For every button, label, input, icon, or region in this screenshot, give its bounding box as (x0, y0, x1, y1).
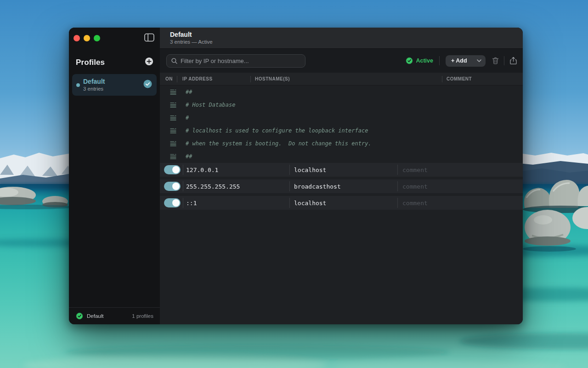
active-status: Active (406, 57, 433, 64)
cell-divider (183, 165, 183, 175)
toggle-knob (172, 183, 180, 190)
toggle-knob (172, 166, 180, 173)
cell-divider (397, 181, 398, 191)
comment-lines-icon (170, 141, 176, 146)
entry-ip[interactable]: 255.255.255.255 (186, 183, 240, 190)
comment-line-text: ## (186, 153, 192, 160)
host-entry-row[interactable]: ::1localhostcomment (160, 196, 523, 210)
traffic-lights (74, 35, 100, 41)
profile-dot-icon (76, 83, 80, 87)
comment-lines-icon (170, 89, 176, 95)
cell-divider (183, 181, 183, 191)
search-icon (171, 58, 177, 64)
comment-line-text: # when the system is booting. Do not cha… (186, 140, 372, 147)
entry-comment-placeholder[interactable]: comment (402, 200, 428, 207)
entry-on-toggle[interactable] (164, 198, 181, 207)
entry-hostname[interactable]: broadcasthost (294, 183, 341, 190)
add-entry-button[interactable]: + Add (446, 55, 486, 67)
comment-line-text: # Host Database (186, 102, 235, 108)
active-status-label: Active (416, 58, 433, 64)
comment-lines-icon (170, 128, 176, 133)
entry-comment-placeholder[interactable]: comment (402, 183, 428, 190)
search-placeholder: Filter by IP or hostname... (181, 58, 249, 64)
cell-divider (289, 181, 290, 191)
entry-hostname[interactable]: localhost (294, 200, 326, 207)
zoom-button[interactable] (94, 35, 100, 41)
comment-lines-icon (170, 115, 176, 121)
search-input[interactable]: Filter by IP or hostname... (166, 54, 305, 68)
column-divider[interactable] (177, 76, 177, 82)
column-on[interactable]: ON (165, 73, 173, 85)
add-entry-label: + Add (451, 58, 467, 64)
entry-ip[interactable]: ::1 (186, 200, 197, 207)
comment-row[interactable]: # localhost is used to configure the loo… (160, 124, 523, 137)
comment-row[interactable]: # when the system is booting. Do not cha… (160, 137, 523, 150)
app-window: Profiles Default 3 entries (69, 28, 523, 324)
entry-ip[interactable]: 127.0.0.1 (186, 167, 218, 173)
comment-row[interactable]: ## (160, 150, 523, 163)
column-divider[interactable] (250, 76, 251, 82)
active-status-icon (406, 57, 413, 64)
entry-on-toggle[interactable] (164, 182, 181, 191)
profile-name: Default (83, 78, 143, 86)
cell-divider (289, 165, 290, 175)
delete-button[interactable] (492, 55, 499, 67)
column-divider[interactable] (442, 76, 442, 82)
profile-item-default[interactable]: Default 3 entries (72, 74, 157, 96)
comment-line-text: # localhost is used to configure the loo… (186, 127, 368, 134)
cell-divider (183, 198, 183, 208)
active-seal-icon (76, 312, 83, 320)
share-button[interactable] (509, 55, 517, 67)
cell-divider (397, 198, 398, 208)
toolbar-divider (504, 56, 504, 65)
toolbar-divider (439, 56, 440, 65)
table-header: ON IP ADDRESS HOSTNAME(S) COMMENT (160, 73, 523, 86)
column-comment[interactable]: COMMENT (447, 73, 472, 85)
column-ip[interactable]: IP ADDRESS (182, 73, 213, 85)
sidebar-titlebar (69, 28, 160, 49)
footer-profile-count: 1 profiles (132, 313, 153, 319)
profile-active-check-icon (143, 80, 152, 90)
toggle-knob (172, 199, 180, 207)
main-panel: Default 3 entries — Active Filter by IP … (160, 28, 523, 324)
profiles-title: Profiles (76, 58, 105, 67)
main-header: Default 3 entries — Active (160, 28, 523, 49)
entry-on-toggle[interactable] (164, 165, 181, 174)
entries-list: ### Host Database## localhost is used to… (160, 86, 523, 324)
close-button[interactable] (74, 35, 80, 41)
sidebar-toggle-icon[interactable] (144, 33, 154, 44)
column-hostname[interactable]: HOSTNAME(S) (255, 73, 290, 85)
minimize-button[interactable] (84, 35, 90, 41)
chevron-down-icon (477, 59, 481, 62)
add-profile-button[interactable] (145, 57, 153, 68)
comment-lines-icon (170, 154, 176, 159)
profile-subtitle: 3 entries — Active (170, 39, 523, 45)
toolbar: Filter by IP or hostname... Active + Add (160, 49, 523, 73)
footer-profile-label: Default (87, 313, 103, 319)
profile-meta: 3 entries (83, 86, 143, 92)
cell-divider (397, 165, 398, 175)
sidebar-footer: Default 1 profiles (69, 307, 160, 324)
entry-comment-placeholder[interactable]: comment (402, 167, 428, 173)
comment-row[interactable]: # (160, 111, 523, 124)
host-entry-row[interactable]: 255.255.255.255broadcasthostcomment (160, 179, 523, 193)
cell-divider (289, 198, 290, 208)
comment-line-text: # (186, 115, 189, 121)
comment-line-text: ## (186, 89, 192, 95)
profile-title: Default (170, 31, 523, 39)
comment-row[interactable]: ## (160, 86, 523, 98)
comment-lines-icon (170, 102, 176, 108)
comment-row[interactable]: # Host Database (160, 98, 523, 111)
sidebar: Profiles Default 3 entries (69, 28, 160, 324)
entry-hostname[interactable]: localhost (294, 167, 326, 173)
host-entry-row[interactable]: 127.0.0.1localhostcomment (160, 163, 523, 177)
